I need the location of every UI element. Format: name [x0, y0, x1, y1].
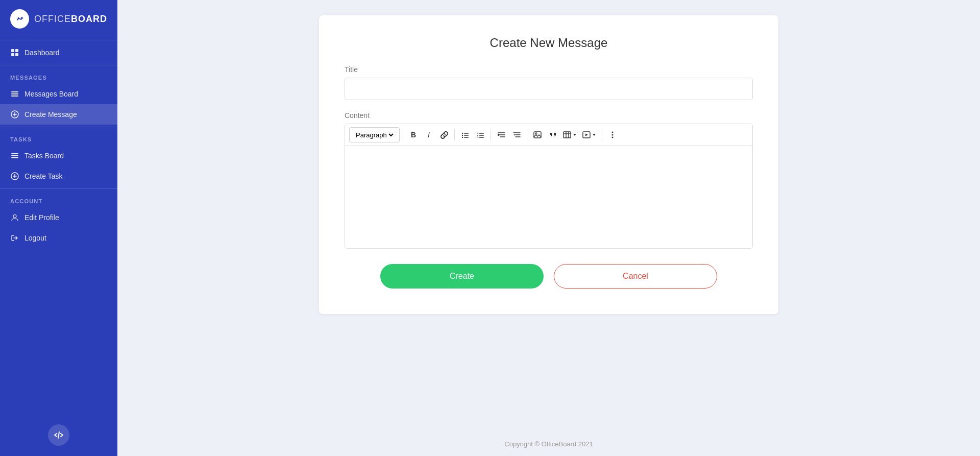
sidebar-item-create-message-label: Create Message — [24, 110, 77, 118]
create-button[interactable]: Create — [380, 264, 544, 289]
sidebar-item-dashboard[interactable]: Dashboard — [0, 42, 117, 63]
form-title: Create New Message — [345, 36, 753, 50]
toolbar-divider-3 — [491, 129, 491, 140]
svg-point-1 — [17, 17, 18, 18]
svg-rect-14 — [11, 155, 18, 156]
svg-rect-41 — [564, 132, 571, 138]
indent-button[interactable] — [494, 128, 508, 142]
bold-button[interactable]: B — [406, 128, 421, 142]
toolbar-divider-5 — [602, 129, 602, 140]
svg-rect-9 — [11, 95, 18, 97]
sidebar: OFFICEBOARD Dashboard MESSAGES Messages … — [0, 0, 117, 456]
sidebar-item-messages-board-label: Messages Board — [24, 90, 78, 98]
svg-text:3.: 3. — [477, 135, 480, 138]
svg-point-19 — [13, 215, 16, 218]
sidebar-item-create-task-label: Create Task — [24, 172, 62, 180]
svg-rect-39 — [534, 132, 541, 138]
svg-rect-22 — [464, 133, 469, 134]
svg-rect-5 — [11, 53, 14, 56]
content-label: Content — [345, 111, 753, 119]
media-button[interactable] — [580, 128, 599, 142]
sidebar-item-edit-profile-label: Edit Profile — [24, 213, 59, 222]
link-button[interactable] — [437, 128, 451, 142]
sidebar-section-tasks: TASKS — [0, 129, 117, 146]
sidebar-item-edit-profile[interactable]: Edit Profile — [0, 207, 117, 228]
svg-point-25 — [461, 136, 462, 137]
sidebar-item-logout[interactable]: Logout — [0, 228, 117, 248]
logout-icon — [10, 233, 19, 243]
svg-point-23 — [461, 134, 462, 135]
dashboard-icon — [10, 48, 19, 57]
svg-point-40 — [535, 133, 537, 134]
editor-toolbar: Paragraph Heading 1 Heading 2 Heading 3 … — [345, 124, 752, 146]
create-message-icon — [10, 110, 19, 119]
content-area: Create New Message Title Content Paragra… — [117, 0, 980, 432]
svg-point-47 — [612, 132, 614, 133]
sidebar-item-create-task[interactable]: Create Task — [0, 166, 117, 186]
svg-rect-4 — [15, 49, 18, 52]
logo-icon — [10, 9, 29, 29]
bullet-list-button[interactable] — [458, 128, 472, 142]
sidebar-section-account: ACCOUNT — [0, 191, 117, 207]
paragraph-select-input[interactable]: Paragraph Heading 1 Heading 2 Heading 3 — [354, 131, 395, 139]
svg-point-21 — [461, 132, 462, 133]
svg-point-2 — [20, 17, 21, 18]
toolbar-divider-2 — [454, 129, 455, 140]
main-content: Create New Message Title Content Paragra… — [117, 0, 980, 456]
sidebar-section-messages: MESSAGES — [0, 67, 117, 84]
outdent-button[interactable] — [509, 128, 524, 142]
title-label: Title — [345, 65, 753, 74]
svg-rect-12 — [13, 114, 17, 115]
cancel-button[interactable]: Cancel — [554, 264, 717, 289]
svg-rect-6 — [15, 53, 18, 56]
code-button[interactable] — [48, 424, 69, 446]
sidebar-item-tasks-board-label: Tasks Board — [24, 152, 64, 160]
title-input[interactable] — [345, 78, 753, 100]
image-button[interactable] — [530, 128, 545, 142]
sidebar-item-dashboard-label: Dashboard — [24, 49, 60, 57]
footer-text: Copyright © OfficeBoard 2021 — [504, 440, 593, 448]
svg-rect-32 — [479, 137, 484, 138]
svg-point-49 — [612, 137, 614, 138]
table-button[interactable] — [561, 128, 579, 142]
svg-marker-46 — [585, 134, 588, 136]
logo-area: OFFICEBOARD — [0, 0, 117, 38]
svg-point-48 — [612, 134, 614, 136]
quote-button[interactable] — [546, 128, 560, 142]
svg-rect-18 — [13, 176, 17, 177]
paragraph-select[interactable]: Paragraph Heading 1 Heading 2 Heading 3 — [349, 127, 400, 142]
svg-rect-26 — [464, 137, 469, 138]
sidebar-item-tasks-board[interactable]: Tasks Board — [0, 146, 117, 166]
more-button[interactable] — [605, 128, 620, 142]
svg-line-20 — [58, 432, 59, 438]
svg-rect-3 — [11, 49, 14, 52]
edit-profile-icon — [10, 213, 19, 222]
toolbar-divider-1 — [403, 129, 403, 140]
svg-rect-7 — [11, 91, 18, 92]
editor-body[interactable] — [345, 146, 752, 248]
buttons-row: Create Cancel — [345, 264, 753, 289]
svg-rect-8 — [11, 93, 18, 94]
messages-board-icon — [10, 89, 19, 99]
italic-button[interactable]: I — [422, 128, 436, 142]
footer: Copyright © OfficeBoard 2021 — [117, 432, 980, 456]
sidebar-item-create-message[interactable]: Create Message — [0, 104, 117, 125]
sidebar-item-messages-board[interactable]: Messages Board — [0, 84, 117, 104]
logo-text: OFFICEBOARD — [34, 14, 107, 25]
tasks-board-icon — [10, 151, 19, 160]
create-task-icon — [10, 172, 19, 181]
svg-rect-24 — [464, 135, 469, 136]
svg-rect-15 — [11, 157, 18, 158]
sidebar-item-logout-label: Logout — [24, 234, 46, 242]
form-card: Create New Message Title Content Paragra… — [319, 15, 778, 314]
svg-rect-13 — [11, 153, 18, 154]
toolbar-divider-4 — [527, 129, 527, 140]
ordered-list-button[interactable]: 1. 2. 3. — [473, 128, 487, 142]
editor-container: Paragraph Heading 1 Heading 2 Heading 3 … — [345, 124, 753, 249]
